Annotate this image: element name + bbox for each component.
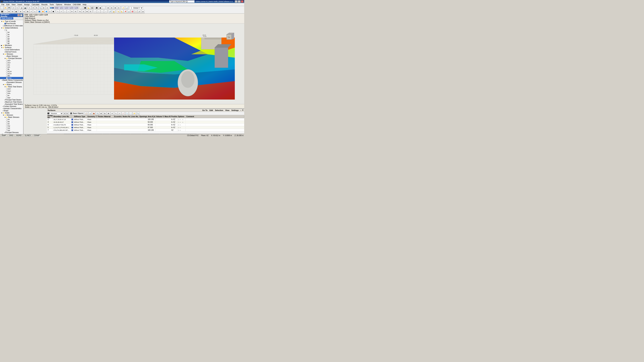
tb2-19[interactable]: ↔	[67, 10, 70, 13]
tb-move[interactable]: ✛	[32, 6, 35, 9]
tb2-35[interactable]: 🔬	[127, 10, 130, 13]
structure-combo[interactable]: Structure	[50, 112, 63, 115]
tb2-34[interactable]: 📌	[124, 10, 127, 13]
tree-uz[interactable]: uz	[0, 35, 23, 38]
tb2-13[interactable]: 🔷	[44, 10, 48, 13]
results-panel-close[interactable]: ✕	[242, 109, 244, 111]
maximize-button[interactable]: □	[238, 0, 240, 3]
tree-local-deformations[interactable]: ▪ Local Deformations	[0, 49, 23, 51]
tb2-12[interactable]: 🔶	[41, 10, 44, 13]
tree-differences[interactable]: Differences to initial state	[0, 25, 23, 27]
tb-r8[interactable]: ✕	[110, 112, 114, 115]
tree-solids-principal[interactable]: ▪ Principal Stresses	[0, 131, 23, 134]
tb-snap2[interactable]: ⊟	[110, 6, 113, 9]
tree-eyy-plus[interactable]: εyy+	[0, 90, 23, 92]
tb-zoomout[interactable]: ⊖	[46, 6, 49, 9]
tb2-28[interactable]: ←	[100, 10, 104, 13]
menu-view[interactable]: View	[10, 3, 16, 6]
nav-tab-static-analysis[interactable]: Static Analysis	[0, 17, 14, 19]
tree-sigma1minus[interactable]: σ1-	[0, 64, 23, 66]
search-box-title[interactable]: Type a keyword (Alt+Q)	[169, 0, 194, 3]
tb2-15[interactable]: ⬢	[52, 10, 55, 13]
tree-sigma2m[interactable]: σ2,m	[0, 72, 23, 75]
menu-insert[interactable]: Insert	[16, 3, 23, 6]
tb-r2[interactable]: 📊	[88, 112, 92, 115]
tb-r5[interactable]: ⊞	[100, 112, 103, 115]
tb2-22[interactable]: N	[78, 10, 82, 13]
tb-r10[interactable]: ⤢	[118, 112, 121, 115]
tb2-8[interactable]: ⊠	[26, 10, 29, 13]
tb2-37[interactable]: 📋	[134, 10, 138, 13]
tree-solids-sy[interactable]: σy	[0, 120, 23, 123]
tb2-25[interactable]: E	[89, 10, 92, 13]
tb-view1[interactable]: ⬜	[80, 6, 83, 9]
tb-new[interactable]: 📄	[0, 6, 4, 9]
results-panel-collapse[interactable]: ─	[240, 109, 241, 111]
tb2-21[interactable]: ⟲	[74, 10, 77, 13]
menu-edit[interactable]: Edit	[5, 3, 10, 6]
tb2-20[interactable]: ⟳	[70, 10, 74, 13]
tb-r11[interactable]: 📈	[122, 112, 125, 115]
close-button[interactable]: ✕	[241, 0, 244, 3]
tb-open[interactable]: 📂	[4, 6, 7, 9]
nav-cube[interactable]: Top	[224, 32, 234, 42]
tree-phix[interactable]: φx	[0, 38, 23, 40]
tree-solids-sz[interactable]: σz	[0, 123, 23, 125]
tree-basic-stresses[interactable]: ▪ Basic Stresses	[0, 55, 23, 57]
tb-rotate[interactable]: ↻	[35, 6, 38, 9]
tree-phiz[interactable]: φz	[0, 42, 23, 44]
tb2-36[interactable]: 🎯	[131, 10, 134, 13]
nav-close-btn[interactable]: ✕	[20, 14, 22, 16]
tb-r15[interactable]: 🔧	[136, 112, 140, 115]
tree-type-of-results[interactable]: ▼ 📁 Type of results	[0, 20, 23, 22]
tb-view2[interactable]: ⬛	[83, 6, 87, 9]
tb2-26[interactable]: ↑	[94, 10, 97, 13]
status-glines[interactable]: GLINES	[24, 134, 32, 137]
tree-thetam[interactable]: θm	[0, 75, 23, 77]
tree-stresses[interactable]: ▼ 📁 Stresses	[0, 53, 23, 55]
tb2-18[interactable]: ↕	[63, 10, 66, 13]
tree-global-def[interactable]: ▼ 📁 Global Definitions	[0, 27, 23, 29]
table-row[interactable]: 5 1,2,4,271,270-65,28-3... Without Thick…	[47, 126, 244, 129]
tb2-7[interactable]: ⊖	[22, 10, 26, 13]
tb-view3[interactable]: 📐	[87, 6, 90, 9]
tree-final-results[interactable]: Final Results	[0, 22, 23, 25]
tb2-1[interactable]: ⬛	[0, 10, 4, 13]
tb2-30[interactable]: 🔗	[108, 10, 112, 13]
menu-calculate[interactable]: Calculate	[31, 3, 40, 6]
tree-contact-stresses[interactable]: ▪ Contact Stresses	[0, 105, 23, 107]
table-row[interactable]: 3 19-26,36-45,27 Without Thick... Plane …	[47, 121, 244, 123]
tb-snap4[interactable]: ⊡	[117, 6, 120, 9]
status-bgrid[interactable]: BGRID	[16, 134, 22, 137]
menu-assign[interactable]: Assign	[23, 3, 31, 6]
tree-ux[interactable]: ux	[0, 31, 23, 33]
tb2-33[interactable]: 📐	[120, 10, 124, 13]
tree-exx-plus[interactable]: εxx+	[0, 88, 23, 90]
tb2-4[interactable]: ⊟	[11, 10, 14, 13]
tree-principal-stresses[interactable]: ▼ 📁 Principal Stresses	[0, 57, 23, 59]
edit-btn[interactable]: Edit	[209, 109, 214, 111]
view-btn[interactable]: View	[224, 109, 230, 111]
tree-solids-txy[interactable]: τxy	[0, 125, 23, 127]
menu-tools[interactable]: Tools	[48, 3, 55, 6]
tree-kx[interactable]: κx	[0, 94, 23, 96]
tb2-27[interactable]: ↓	[97, 10, 100, 13]
table-row[interactable]: 7 273,274,388,403-397... Without Thick..…	[47, 129, 244, 132]
tb-r9[interactable]: ⤡	[114, 112, 118, 115]
tree-shape[interactable]: ▪ Shape	[0, 110, 23, 112]
menu-window[interactable]: Window	[63, 3, 72, 6]
tb-r3[interactable]: 📤	[92, 112, 96, 115]
table-row[interactable]: 4 4-9,268,37-58,270 Without Thick... Pla…	[47, 123, 244, 126]
nav-pin-btn[interactable]: 📌	[18, 14, 20, 16]
minimize-button[interactable]: ─	[235, 0, 238, 3]
tree-phiy[interactable]: φy	[0, 40, 23, 42]
tb-select[interactable]: ↖	[28, 6, 31, 9]
tb-nav-next[interactable]: ►	[66, 112, 68, 115]
menu-results[interactable]: Results	[40, 3, 49, 6]
tb-render1[interactable]: ⬛	[95, 6, 98, 9]
tb2-10[interactable]: ↘	[33, 10, 36, 13]
tree-sigma1m[interactable]: σ1,m	[0, 70, 23, 72]
tb2-31[interactable]: 🔓	[112, 10, 116, 13]
tree-sigma2plus[interactable]: σ2+	[0, 59, 23, 62]
tree-strains[interactable]: ▼ 📁 Strains	[0, 83, 23, 86]
